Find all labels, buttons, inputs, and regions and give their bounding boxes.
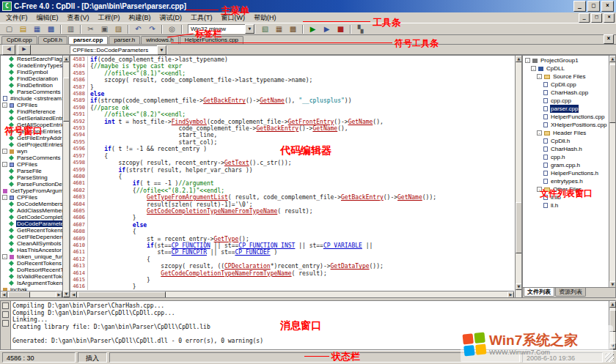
symbol-tree-item[interactable]: -wyn xyxy=(1,148,62,155)
chevron-down-icon[interactable]: ▼ xyxy=(157,45,166,55)
menu-item-帮助H[interactable]: 帮助(H) xyxy=(249,13,281,23)
mdi-minimize-button[interactable]: _ xyxy=(579,13,590,23)
symbol-tree-item[interactable]: GetTypeFromArgument xyxy=(1,187,62,194)
debug-output-icon[interactable] xyxy=(2,311,9,318)
tab-file-list[interactable]: 文件列表 xyxy=(524,288,554,297)
scroll-up-icon[interactable]: ▲ xyxy=(63,56,70,62)
menu-item-窗口W[interactable]: 窗口(W) xyxy=(217,13,250,23)
symbol-tree-item[interactable]: DoCodeParameters xyxy=(1,220,62,227)
file-tree-item[interactable]: XHelperPositions.cpp xyxy=(524,121,609,129)
menu-item-工具T[interactable]: 工具(T) xyxy=(186,13,217,23)
symbol-tree-item[interactable]: DoResortRecentToken xyxy=(1,267,62,273)
menu-item-工程P[interactable]: 工程(P) xyxy=(94,13,125,23)
menu-item-编辑E[interactable]: 编辑(E) xyxy=(32,13,63,23)
mdi-restore-button[interactable]: □ xyxy=(591,13,602,23)
scrollbar-thumb[interactable] xyxy=(78,291,166,298)
scroll-left-icon[interactable]: ◀ xyxy=(1,291,7,298)
file-tree-item[interactable]: -ProjectGroup1 xyxy=(524,56,609,64)
chevron-down-icon[interactable]: ▼ xyxy=(245,24,254,34)
minimize-button[interactable]: _ xyxy=(573,1,586,12)
collapse-icon[interactable]: - xyxy=(2,254,7,259)
find-icon[interactable]: ◎ xyxy=(165,23,179,35)
symbol-tree-item[interactable]: GetProjectEntries xyxy=(1,141,62,148)
file-tree-item[interactable]: parser.cpp xyxy=(524,105,609,113)
navigate-back-icon[interactable]: ◀ xyxy=(2,45,15,55)
scroll-right-icon[interactable]: ▶ xyxy=(507,291,514,298)
symbol-tree-item[interactable]: -CPFiles xyxy=(1,194,62,201)
file-tree-item[interactable]: gram.cpp.h xyxy=(524,161,609,169)
tab-CpDll.h[interactable]: CpDll.h xyxy=(38,36,67,44)
scroll-up-icon[interactable]: ▲ xyxy=(609,56,616,62)
symbol-tree-item[interactable]: GetCodeCompletion xyxy=(1,214,62,220)
scrollbar-thumb[interactable] xyxy=(8,291,30,298)
stop-icon[interactable]: ■ xyxy=(334,23,348,35)
scrollbar-thumb[interactable] xyxy=(63,78,70,122)
scrollbar-thumb[interactable] xyxy=(516,202,522,253)
open-file-icon[interactable]: ▤ xyxy=(16,23,30,35)
build-target-combo[interactable]: Win32 mingw ▼ xyxy=(188,24,255,34)
collapse-icon[interactable]: - xyxy=(537,187,542,192)
code-area[interactable]: if(code_complement_file->last_typename){… xyxy=(90,56,514,290)
scroll-right-icon[interactable]: ▶ xyxy=(56,291,62,298)
symbol-tree-item[interactable]: ResetSearchFlags xyxy=(1,56,62,62)
build-output-icon[interactable] xyxy=(2,302,9,309)
symbol-tree-item[interactable]: ParseComments xyxy=(1,155,62,161)
symbol-tree-item[interactable]: GetScopeEntries xyxy=(1,128,62,135)
file-tree-item[interactable]: cpp.h xyxy=(524,153,609,161)
tab-CpDll.cpp[interactable]: CpDll.cpp xyxy=(1,36,37,44)
symbol-tree-item[interactable]: GetFileDependency xyxy=(1,234,62,240)
file-tree-item[interactable]: -Source Files xyxy=(524,73,609,81)
copy-icon[interactable]: ▣ xyxy=(98,23,111,35)
window-list-icon[interactable]: ▚ xyxy=(353,23,367,35)
find-results-icon[interactable] xyxy=(2,320,9,327)
symbol-tree-item[interactable]: IsArgumentToken xyxy=(1,280,62,286)
collapse-icon[interactable]: - xyxy=(537,74,542,79)
menu-item-构建B[interactable]: 构建(B) xyxy=(125,13,155,23)
save-icon[interactable]: ▦ xyxy=(30,23,44,35)
collapse-icon[interactable]: - xyxy=(2,149,7,154)
symbol-tree-item[interactable]: GetRecentTokens xyxy=(1,227,62,234)
menu-item-文件F[interactable]: 文件(F) xyxy=(1,13,32,23)
symbol-combo[interactable]: CPFiles::DoCodeParameters ▼ xyxy=(70,45,167,54)
file-tree-item[interactable]: -Other Files xyxy=(524,185,609,193)
code-editor[interactable]: 4583458445854586458745884589459045914592… xyxy=(70,55,522,298)
file-tree-item[interactable]: CharHash.cpp xyxy=(524,89,609,97)
symbol-tree-item[interactable]: IsValidRecentToken xyxy=(1,273,62,280)
tab-resource-list[interactable]: 资源列表 xyxy=(555,288,586,297)
collapse-icon[interactable]: - xyxy=(525,58,530,63)
symbol-tree-item[interactable]: GetSerializedEntries xyxy=(1,115,62,122)
scroll-down-icon[interactable]: ▼ xyxy=(516,283,522,290)
symbol-tree-item[interactable]: GetFileEntryAddr xyxy=(1,135,62,141)
file-tree-item[interactable]: -CpDLL xyxy=(524,64,609,73)
symbol-tree-item[interactable]: ParseFile xyxy=(1,168,62,174)
symbol-tree-item[interactable]: GradeEntryTypes xyxy=(1,62,62,69)
symbol-tree-item[interactable]: ParseFunctionDefine xyxy=(1,181,62,187)
collapse-icon[interactable]: - xyxy=(2,162,7,167)
redo-icon[interactable]: ↷ xyxy=(145,23,159,35)
cut-icon[interactable]: ✂ xyxy=(84,23,98,35)
symbol-tree-item[interactable]: DoCodeMembers xyxy=(1,201,62,207)
close-tab-icon[interactable]: × xyxy=(604,34,614,44)
editor-hscrollbar[interactable]: ◀ ▶ xyxy=(70,291,514,297)
symbol-window-hscrollbar[interactable]: ◀ ▶ xyxy=(1,291,62,297)
symbol-tree-item[interactable]: -CPFiles xyxy=(1,161,62,168)
symbol-tree-item[interactable]: CleanAllSymbols xyxy=(1,240,62,247)
collapse-icon[interactable]: - xyxy=(2,103,7,108)
file-tree-item[interactable]: cpp.cpp xyxy=(524,97,609,105)
scroll-up-icon[interactable]: ▲ xyxy=(609,301,616,308)
rebuild-icon[interactable]: ▩ xyxy=(286,23,300,35)
symbol-tree-item[interactable]: #include <strstream> xyxy=(1,95,62,102)
file-tree-item[interactable]: HelperFunctions.h xyxy=(524,169,609,177)
close-button[interactable]: × xyxy=(601,1,614,12)
tab-HelperFunctions.cpp[interactable]: HelperFunctions.cpp xyxy=(180,36,243,44)
file-tree-item[interactable]: CpDll.h xyxy=(524,137,609,145)
build-icon[interactable]: ▦ xyxy=(272,23,286,35)
save-all-icon[interactable]: ▩ xyxy=(44,23,58,35)
menu-item-查看V[interactable]: 查看(V) xyxy=(63,13,94,23)
scroll-down-icon[interactable]: ▼ xyxy=(63,291,70,297)
tab-parser.cpp[interactable]: parser.cpp xyxy=(68,36,108,44)
file-tree-item[interactable]: CpDll.cpp xyxy=(524,81,609,89)
symbol-window-vscrollbar[interactable]: ▲ ▼ xyxy=(62,56,69,297)
symbol-tree-item[interactable]: FindSymbol xyxy=(1,69,62,75)
symbol-tree-item[interactable]: FindReference xyxy=(1,108,62,115)
